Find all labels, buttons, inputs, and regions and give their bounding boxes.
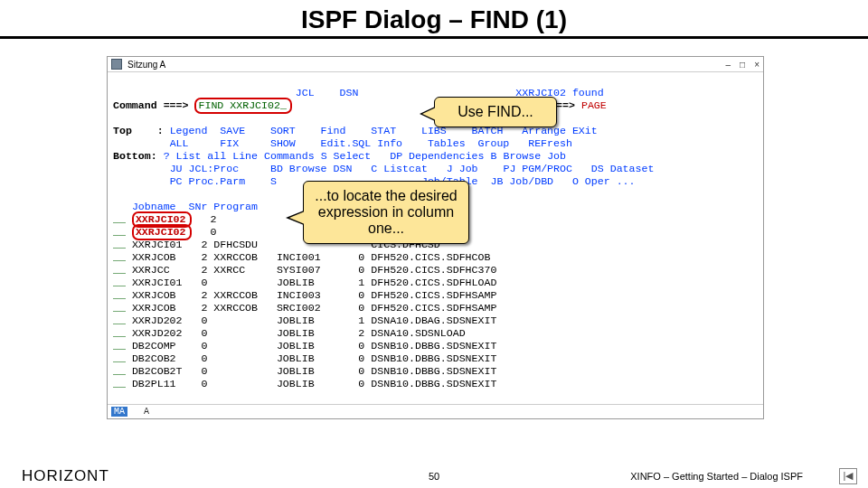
close-icon[interactable]: ×	[754, 60, 760, 70]
slide-title: ISPF Dialog – FIND (1)	[0, 5, 868, 34]
bottom-label: Bottom:	[113, 150, 157, 162]
page-number: 50	[429, 471, 439, 482]
table-row[interactable]: __ XXRJCOB 2 XXRCCOB INCI001 0 DFH520.CI…	[113, 251, 758, 264]
table-row[interactable]: __ XXRJD202 0 JOBLIB 1 DSNA10.DBAG.SDSNE…	[113, 314, 758, 327]
window-title: Sitzung A	[127, 60, 165, 70]
table-row[interactable]: __ XXRJCOB 2 XXRCCOB INCI003 0 DFH520.CI…	[113, 289, 758, 302]
hdr-jcl: JCL	[296, 87, 315, 99]
table-row[interactable]: __ DB2COB2 0 JOBLIB 0 DSNB10.DBBG.SDSNEX…	[113, 352, 758, 365]
app-icon	[111, 59, 122, 70]
top-menu-2[interactable]: ALL FIX SHOW Edit.SQL Info Tables Group …	[170, 137, 572, 149]
table-row[interactable]: __ XXRJD202 0 JOBLIB 2 DSNA10.SDSNLOAD	[113, 327, 758, 340]
callout-locate: ...to locate the desired expression in c…	[303, 181, 469, 244]
command-label: Command ===>	[113, 99, 189, 111]
nav-first-icon[interactable]: |◀	[839, 468, 857, 484]
table-row[interactable]: __ DB2COMP 0 JOBLIB 0 DSNB10.DBBG.SDSNEX…	[113, 340, 758, 352]
minimize-icon[interactable]: –	[726, 60, 731, 70]
window-titlebar: Sitzung A – □ ×	[108, 57, 763, 72]
table-row[interactable]: __ XXRJCC 2 XXRCC SYSI007 0 DFH520.CICS.…	[113, 264, 758, 277]
maximize-icon[interactable]: □	[740, 60, 745, 70]
command-input[interactable]: FIND XXRJCI02_	[194, 98, 291, 114]
top-label: Top :	[113, 125, 164, 136]
scroll-value[interactable]: PAGE	[581, 99, 607, 111]
divider	[0, 36, 868, 39]
brand-logo: HORIZONT	[22, 467, 109, 485]
table-row[interactable]: __ DB2COB2T 0 JOBLIB 0 DSNB10.DBBG.SDSNE…	[113, 365, 758, 378]
table-row[interactable]: __ XXRJCOB 2 XXRCCOB SRCI002 0 DFH520.CI…	[113, 302, 758, 314]
slide-footer: HORIZONT 50 XINFO – Getting Started – Di…	[0, 464, 868, 488]
terminal-statusbar: MA A	[108, 404, 763, 418]
table-row[interactable]: __ DB2PL11 0 JOBLIB 0 DSNB10.DBBG.SDSNEX…	[113, 378, 758, 390]
callout-use-find: Use FIND...	[434, 97, 557, 127]
footer-right: XINFO – Getting Started – Dialog ISPF	[630, 471, 803, 482]
table-row[interactable]: __ XXRJCI01 0 JOBLIB 1 DFH520.CICS.SDFHL…	[113, 277, 758, 289]
hdr-dsn: DSN	[339, 87, 358, 99]
